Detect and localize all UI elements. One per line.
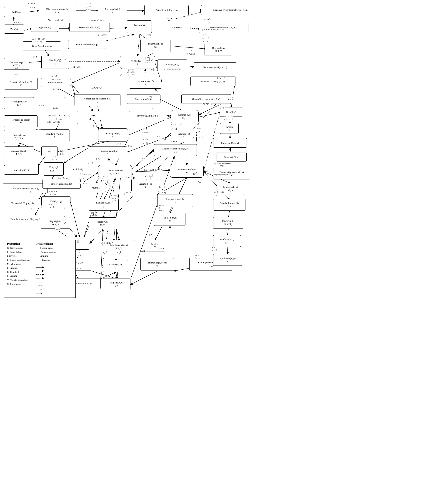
legend-rel-special: → Special cases xyxy=(36,246,53,249)
label-Ac-ec: A(c) = ec, μ = c xyxy=(91,19,104,22)
legend-item-L: L: Linear combination xyxy=(7,259,29,261)
svg-line-89 xyxy=(155,89,160,95)
label-sumi: ∑ Xi xyxy=(95,158,100,161)
label-mu-np: μ = np xyxy=(146,34,152,36)
node-error: Error(a, b, c)S xyxy=(131,179,159,192)
label-logx2: log X xyxy=(149,95,154,98)
node-pareto: Pareto(λ, κ)M, V xyxy=(89,217,116,229)
node-discrete-weibull: Discrete Weibull(p, β)V xyxy=(4,78,37,90)
label-n1Xn: n(1−X(n))n → ∞ xyxy=(144,175,153,180)
legend-note-L: L ⇒ C xyxy=(36,284,43,287)
label-floor10x: ⌊10X⌋ xyxy=(149,233,155,236)
label-x1x2u: X1 − X2 xyxy=(159,191,167,194)
label-log1minuslog: log[1−(log X)(log κ)/δ]log κ xyxy=(213,162,231,167)
label-mugamma: μ ~ gamma xyxy=(98,34,108,36)
label-alpha2b: α = 2 xyxy=(142,128,147,130)
node-noncentral-t: Noncentral t(n, δ) xyxy=(4,165,39,175)
label-neven: n even xyxy=(142,131,148,134)
label-n2: n = 2 xyxy=(88,162,93,164)
label-alpha1: α = 1 xyxy=(142,157,147,160)
node-noncentral-beta: Noncentral beta(β, γ, δ) xyxy=(191,77,236,86)
label-a1a2c: α1 = α2 xyxy=(126,191,132,194)
label-x1n1x2n2: X1/n1X2/n2 xyxy=(59,150,65,156)
svg-line-37 xyxy=(108,159,115,166)
label-delta2alpha: δ = 2/αγ = 0 xyxy=(49,203,56,208)
label-2alphasumxi: 2/α ∑Xi (iid) xyxy=(58,177,70,180)
svg-line-41 xyxy=(96,178,99,183)
legend-note-F: F ⇒ R xyxy=(36,292,43,295)
label-gamn: γ = n − r + 1 xyxy=(193,136,204,138)
node-inverted-gamma: Inverted gamma(α, β) xyxy=(129,111,167,120)
label-betar: β = r xyxy=(196,133,201,135)
label-sumximu: ∑(Xi−μ/σ)2 xyxy=(91,86,102,90)
svg-line-66 xyxy=(56,124,59,130)
node-noncentral-F: Noncentral F(n1, n2, δ) xyxy=(3,199,42,208)
label-alpha1x: α = 1, X1/X2 xyxy=(80,173,91,176)
legend-item-R: R: Residual xyxy=(7,270,19,273)
label-n1x: n1Xn2→∞ xyxy=(51,156,57,162)
node-pascal: Pascal(n, p)Cp xyxy=(41,56,69,69)
label-gamma0dt: γ → 0 xyxy=(26,208,32,210)
label-1overX: 1/X xyxy=(150,107,154,110)
node-poisson: Poisson(μ)C xyxy=(127,20,152,33)
label-x1x2: X1/X1+X2 xyxy=(202,102,212,105)
legend-item-S: S: Scaling xyxy=(7,274,17,277)
legend-item-I: I: Inverse xyxy=(7,254,17,257)
label-absX2: |X| xyxy=(108,185,112,188)
label-a1a2: α1 = α2 xyxy=(108,182,115,185)
node-uniform: Uniform(a, b)R, V xyxy=(213,235,241,247)
node-gamma-normal: Gamma-normal(μ, α, β) xyxy=(194,63,236,72)
label-log1minuslog2: [log(1−log(1−X))/λ]1/κ xyxy=(213,173,231,176)
svg-line-11 xyxy=(137,34,140,56)
label-xn: X(n) xyxy=(197,180,202,183)
svg-line-64 xyxy=(71,202,80,237)
label-x1divx2f: X1/X2 xyxy=(50,170,56,173)
node-standard-uniform: Standard uniformV xyxy=(170,165,204,178)
label-sxi-iid2: ∑ Xi (iid) xyxy=(186,53,195,56)
node-cauchy: Cauchy(a, α)C, I, S, V xyxy=(4,130,34,143)
svg-line-24 xyxy=(93,120,99,129)
legend-rel-transform: → Transformations xyxy=(36,251,57,253)
label-sumxi-iid: ∑ Xi(iid) xyxy=(14,64,19,69)
label-a0b1t: a + (b − a)X xyxy=(213,191,224,193)
legend-item-V: V: Variate generation xyxy=(7,279,28,281)
label-xpowbeta: X1/β xyxy=(63,221,68,225)
label-x1divx2b: X1/X2α = 1 xyxy=(196,125,202,130)
node-noncentral-chisq: Noncentral chi-square(n, δ)C xyxy=(74,94,120,106)
label-n-infty2: n → ∞ xyxy=(146,37,152,39)
node-zeta: Zeta(α) xyxy=(4,25,24,34)
label-n1k0: n = 1κ → 0 xyxy=(211,246,218,252)
label-logX: log X xyxy=(151,69,156,71)
node-arcsin: ArcsinV xyxy=(220,123,239,134)
node-t: t(n) xyxy=(41,146,58,156)
label-logXlam: log(X/λ) xyxy=(89,214,97,216)
label-beta2: β = 2 xyxy=(55,228,60,231)
svg-line-56 xyxy=(117,229,119,241)
label-a0a1: α = 0, α = 1 xyxy=(27,2,39,5)
label-bn: b = n xyxy=(29,6,35,9)
node-discrete-uniform: Discrete uniform(a, b)R, V xyxy=(39,5,76,16)
label-alogx: α log X xyxy=(126,176,133,179)
node-hypoexponential: Hypoexponential(ā)C xyxy=(88,146,127,158)
label-c2: c = 2 xyxy=(120,193,126,196)
node-logistic: Logistic(λ, κ)S, V xyxy=(103,278,130,290)
svg-line-81 xyxy=(101,229,103,279)
label-xminusmudiv: (X − μ)/σ xyxy=(72,66,81,68)
label-a0b1m0: a = −1b = 1m = 0 xyxy=(158,204,165,212)
label-x1x2t: X1 − X2 xyxy=(159,186,167,189)
node-gamma-poisson: Gamma-Poisson(α, β) xyxy=(68,40,106,49)
legend-rel-bayesian: ⋯→ Bayesian xyxy=(36,259,51,261)
svg-line-79 xyxy=(229,211,229,218)
node-doubly-noncentral-t: Doubly noncentral t(n, δ, γ) xyxy=(3,183,48,193)
label-n1b: n = 1 xyxy=(191,49,196,51)
label-n1n2-inf: n1 → ∞n2 = n xyxy=(202,37,209,43)
label-sqrtx2: √X xyxy=(64,215,67,218)
label-npbeta: p ~ beta xyxy=(167,17,174,19)
label-2xalpha: 2X/α xyxy=(127,145,132,147)
node-von-mises: von Mises(κ, μ)S xyxy=(213,254,242,266)
node-lomax: Lomax(λ, κ)V xyxy=(103,260,128,272)
label-betagam1: β = γ = 1 xyxy=(225,115,233,117)
label-p1n3: p = n1/n3 xyxy=(203,18,212,21)
label-alpha1-2: α = 1 xyxy=(103,175,108,177)
label-logxb: log X xyxy=(140,250,145,252)
